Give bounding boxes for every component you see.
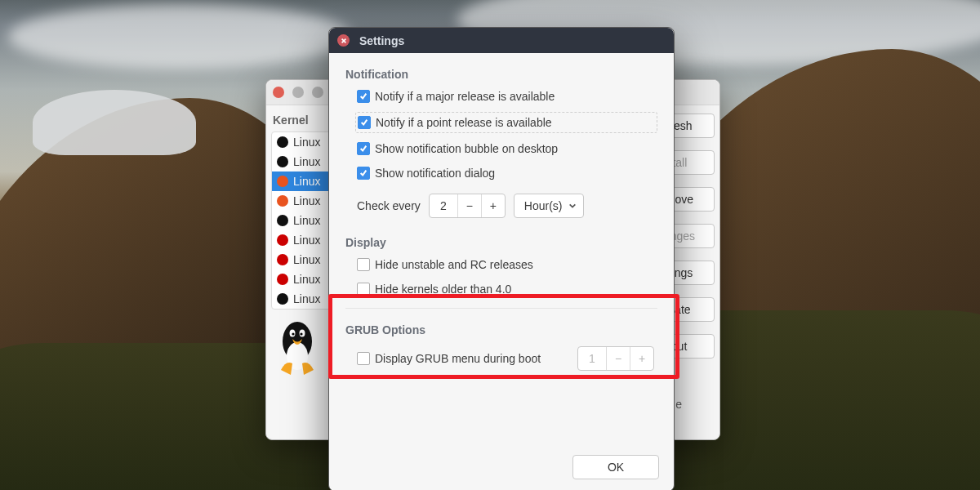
chevron-down-icon bbox=[568, 202, 577, 210]
increment-button[interactable]: + bbox=[481, 194, 505, 217]
checkbox-icon bbox=[357, 283, 370, 296]
notification-heading: Notification bbox=[345, 68, 657, 81]
hide-older-checkbox[interactable]: Hide kernels older than 4.0 bbox=[345, 280, 657, 298]
display-heading: Display bbox=[345, 236, 657, 249]
checkbox-icon bbox=[357, 167, 370, 180]
display-grub-checkbox[interactable]: Display GRUB menu during boot bbox=[357, 350, 541, 368]
ok-button[interactable]: OK bbox=[572, 455, 659, 479]
separator bbox=[345, 308, 657, 309]
tux-logo-icon bbox=[271, 318, 323, 376]
truncated-label: e bbox=[675, 398, 715, 411]
checkbox-icon bbox=[357, 352, 370, 365]
tux-icon bbox=[277, 215, 288, 226]
dialog-title: Settings bbox=[359, 34, 404, 47]
svg-point-5 bbox=[300, 332, 302, 335]
interval-stepper[interactable]: 2 − + bbox=[429, 194, 506, 218]
tux-icon bbox=[277, 274, 288, 285]
decrement-button[interactable]: − bbox=[457, 194, 481, 217]
settings-dialog: Settings Notification Notify if a major … bbox=[328, 27, 675, 490]
tux-icon bbox=[277, 254, 288, 265]
increment-button: + bbox=[630, 347, 653, 370]
checkbox-icon bbox=[357, 142, 370, 155]
interval-value[interactable]: 2 bbox=[430, 194, 457, 217]
checkbox-icon bbox=[357, 90, 370, 103]
close-icon[interactable] bbox=[337, 34, 350, 47]
grub-timeout-value: 1 bbox=[578, 347, 606, 370]
settings-titlebar[interactable]: Settings bbox=[329, 28, 674, 53]
checkbox-icon bbox=[357, 258, 370, 271]
ubuntu-icon bbox=[277, 176, 288, 187]
check-every-label: Check every bbox=[357, 199, 421, 212]
tux-icon bbox=[277, 293, 288, 305]
interval-unit-combo[interactable]: Hour(s) bbox=[514, 194, 585, 218]
notify-bubble-checkbox[interactable]: Show notification bubble on desktop bbox=[345, 140, 657, 158]
tux-icon bbox=[277, 156, 288, 167]
notify-major-checkbox[interactable]: Notify if a major release is available bbox=[345, 87, 657, 105]
minimize-icon[interactable] bbox=[292, 87, 304, 98]
notify-point-checkbox[interactable]: Notify if a point release is available bbox=[355, 112, 657, 133]
svg-point-4 bbox=[292, 332, 294, 335]
close-icon[interactable] bbox=[273, 87, 284, 98]
notify-dialog-checkbox[interactable]: Show notification dialog bbox=[345, 164, 657, 182]
grub-timeout-stepper: 1 − + bbox=[577, 346, 654, 371]
checkbox-icon bbox=[358, 116, 371, 129]
ubuntu-icon bbox=[277, 195, 288, 207]
maximize-icon[interactable] bbox=[312, 87, 323, 98]
hide-unstable-checkbox[interactable]: Hide unstable and RC releases bbox=[345, 256, 657, 274]
decrement-button: − bbox=[606, 347, 630, 370]
tux-icon bbox=[277, 234, 288, 246]
tux-icon bbox=[277, 136, 288, 148]
grub-heading: GRUB Options bbox=[345, 323, 657, 336]
